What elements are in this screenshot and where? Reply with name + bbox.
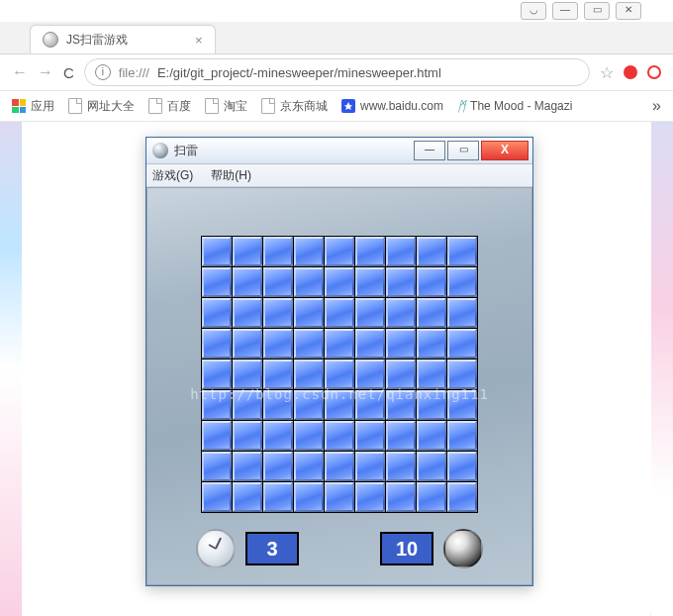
window-titlebar[interactable]: 扫雷 — ▭ X (146, 138, 532, 164)
mine-cell[interactable] (417, 329, 446, 359)
mine-cell[interactable] (233, 237, 262, 266)
bookmark-star-button[interactable]: ☆ (600, 63, 614, 82)
tab-close-button[interactable]: × (195, 33, 203, 48)
omnibox[interactable]: i file:/// E:/git/git_project/-minesweep… (84, 58, 590, 86)
mine-cell[interactable] (355, 359, 385, 389)
mine-cell[interactable] (386, 421, 416, 451)
mine-cell[interactable] (202, 298, 232, 328)
mine-cell[interactable] (447, 267, 477, 297)
mine-cell[interactable] (294, 390, 324, 420)
mine-cell[interactable] (233, 421, 262, 451)
extension-1-icon[interactable] (624, 65, 637, 79)
mine-cell[interactable] (294, 452, 324, 481)
mine-cell[interactable] (294, 482, 324, 512)
mine-cell[interactable] (417, 237, 446, 266)
window-close-button[interactable]: X (481, 141, 529, 160)
mine-cell[interactable] (325, 390, 354, 420)
os-maximize-button[interactable]: ▭ (584, 2, 610, 20)
mine-cell[interactable] (386, 237, 416, 266)
mine-cell[interactable] (202, 237, 232, 266)
os-user-button[interactable]: ◡ (521, 2, 546, 20)
mine-cell[interactable] (263, 452, 293, 481)
mine-cell[interactable] (386, 390, 416, 420)
extension-2-icon[interactable] (647, 65, 661, 79)
mine-cell[interactable] (294, 298, 324, 328)
mine-cell[interactable] (447, 482, 477, 512)
mine-cell[interactable] (294, 237, 324, 266)
mine-cell[interactable] (202, 390, 232, 420)
mine-cell[interactable] (325, 298, 354, 328)
mine-cell[interactable] (417, 421, 446, 451)
mine-cell[interactable] (417, 359, 446, 389)
mine-cell[interactable] (355, 421, 385, 451)
mine-cell[interactable] (355, 482, 385, 512)
mine-cell[interactable] (233, 482, 262, 512)
bookmark-item[interactable]: 京东商城 (261, 98, 328, 115)
mine-cell[interactable] (233, 452, 262, 481)
mine-cell[interactable] (233, 329, 262, 359)
mine-cell[interactable] (325, 452, 354, 481)
bookmark-item[interactable]: 网址大全 (68, 98, 135, 115)
bookmarks-overflow-button[interactable]: » (652, 97, 661, 115)
mine-cell[interactable] (355, 452, 385, 481)
mine-cell[interactable] (325, 421, 354, 451)
mine-cell[interactable] (447, 298, 477, 328)
os-minimize-button[interactable]: — (552, 2, 578, 20)
browser-tab[interactable]: JS扫雷游戏 × (30, 25, 216, 53)
mine-cell[interactable] (263, 482, 293, 512)
mine-cell[interactable] (202, 329, 232, 359)
mine-cell[interactable] (263, 421, 293, 451)
mine-cell[interactable] (355, 267, 385, 297)
mine-cell[interactable] (233, 390, 262, 420)
mine-cell[interactable] (202, 267, 232, 297)
site-info-icon[interactable]: i (95, 64, 111, 80)
mine-cell[interactable] (233, 359, 262, 389)
mine-cell[interactable] (417, 452, 446, 481)
mine-cell[interactable] (294, 421, 324, 451)
mine-cell[interactable] (202, 482, 232, 512)
mine-cell[interactable] (355, 329, 385, 359)
mine-cell[interactable] (202, 359, 232, 389)
os-close-button[interactable]: ✕ (616, 2, 641, 20)
mine-cell[interactable] (263, 298, 293, 328)
mine-cell[interactable] (355, 237, 385, 266)
mine-cell[interactable] (386, 298, 416, 328)
mine-cell[interactable] (447, 237, 477, 266)
mine-cell[interactable] (386, 359, 416, 389)
mine-cell[interactable] (386, 452, 416, 481)
nav-reload-button[interactable]: C (63, 64, 74, 81)
mine-cell[interactable] (447, 390, 477, 420)
window-maximize-button[interactable]: ▭ (447, 141, 479, 160)
mine-cell[interactable] (294, 329, 324, 359)
mine-cell[interactable] (325, 359, 354, 389)
mine-cell[interactable] (355, 390, 385, 420)
mine-cell[interactable] (263, 390, 293, 420)
mine-cell[interactable] (263, 267, 293, 297)
mine-cell[interactable] (233, 298, 262, 328)
mine-cell[interactable] (202, 421, 232, 451)
mine-cell[interactable] (263, 237, 293, 266)
mine-cell[interactable] (355, 298, 385, 328)
mine-cell[interactable] (417, 482, 446, 512)
mine-cell[interactable] (417, 298, 446, 328)
mine-cell[interactable] (202, 452, 232, 481)
bookmark-baidu[interactable]: www.baidu.com (341, 99, 443, 113)
mine-cell[interactable] (325, 329, 354, 359)
mine-cell[interactable] (325, 267, 354, 297)
mine-cell[interactable] (447, 359, 477, 389)
mine-cell[interactable] (294, 267, 324, 297)
mine-cell[interactable] (447, 421, 477, 451)
mine-cell[interactable] (263, 359, 293, 389)
mine-cell[interactable] (417, 390, 446, 420)
mine-cell[interactable] (386, 482, 416, 512)
bookmark-item[interactable]: 百度 (148, 98, 191, 115)
mine-cell[interactable] (325, 482, 354, 512)
mine-cell[interactable] (294, 359, 324, 389)
mine-cell[interactable] (233, 267, 262, 297)
mine-cell[interactable] (263, 329, 293, 359)
bookmark-mood[interactable]: ᛗThe Mood - Magazi (457, 98, 572, 114)
mine-cell[interactable] (447, 452, 477, 481)
mine-cell[interactable] (417, 267, 446, 297)
window-minimize-button[interactable]: — (414, 141, 445, 160)
bookmark-item[interactable]: 淘宝 (205, 98, 247, 115)
